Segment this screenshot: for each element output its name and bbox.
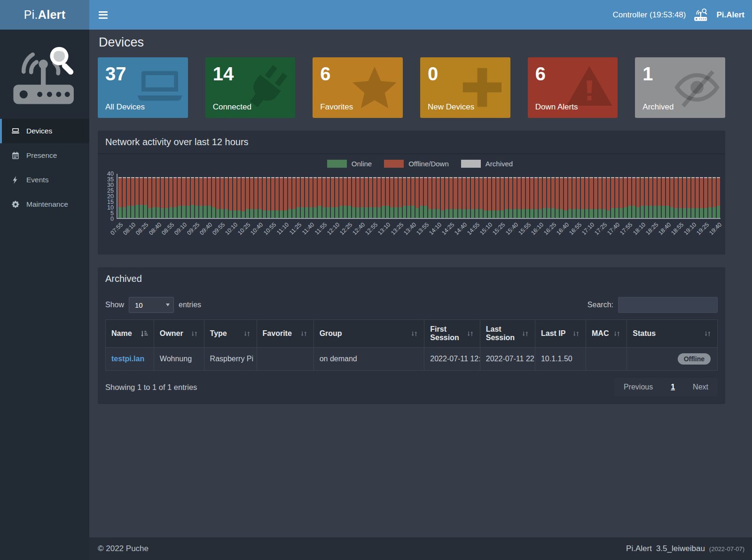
chart-bar[interactable]: [522, 177, 525, 218]
chart-bar[interactable]: [365, 177, 368, 218]
chart-bar[interactable]: [632, 177, 635, 218]
chart-bar[interactable]: [195, 177, 198, 218]
chart-bar[interactable]: [382, 177, 385, 218]
chart-bar[interactable]: [131, 177, 134, 218]
chart-bar[interactable]: [182, 177, 185, 218]
chart-bar[interactable]: [564, 177, 567, 218]
chart-bar[interactable]: [572, 177, 576, 218]
sort-both-icon[interactable]: [704, 330, 712, 338]
chart-bar[interactable]: [475, 177, 478, 218]
chart-bar[interactable]: [288, 177, 291, 218]
chart-bar[interactable]: [331, 177, 334, 218]
chart-bar[interactable]: [458, 177, 462, 218]
chart-bar[interactable]: [649, 177, 652, 218]
chart-bar[interactable]: [165, 177, 168, 218]
chart-bar[interactable]: [424, 177, 427, 218]
next-button[interactable]: Next: [693, 383, 708, 391]
column-header-owner[interactable]: Owner: [154, 320, 204, 348]
column-header-favorite[interactable]: Favorite: [257, 320, 313, 348]
chart-bar[interactable]: [271, 177, 274, 218]
chart-bar[interactable]: [356, 177, 360, 218]
chart-bar[interactable]: [275, 177, 279, 218]
chart-bar[interactable]: [505, 177, 508, 218]
chart-bar[interactable]: [530, 177, 533, 218]
chart-bar[interactable]: [568, 177, 572, 218]
chart-bar[interactable]: [658, 177, 661, 218]
chart-bar[interactable]: [301, 177, 304, 218]
chart-bar[interactable]: [624, 177, 627, 218]
chart-bar[interactable]: [148, 177, 151, 218]
chart-bar[interactable]: [628, 177, 631, 218]
chart-bar[interactable]: [594, 177, 597, 218]
column-header-status[interactable]: Status: [627, 320, 718, 348]
chart-bar[interactable]: [700, 177, 703, 218]
chart-bar[interactable]: [539, 177, 542, 218]
chart-bar[interactable]: [348, 177, 351, 218]
sidebar-item-maintenance[interactable]: Maintenance: [0, 192, 89, 217]
sidebar-item-presence[interactable]: Presence: [0, 143, 89, 168]
chart-bar[interactable]: [683, 177, 686, 218]
chart-bar[interactable]: [603, 177, 606, 218]
chart-bar[interactable]: [484, 177, 487, 218]
chart-bar[interactable]: [242, 177, 245, 218]
chart-bar[interactable]: [123, 177, 126, 218]
chart-bar[interactable]: [641, 177, 644, 218]
column-header-group[interactable]: Group: [313, 320, 424, 348]
search-input[interactable]: [618, 297, 718, 313]
chart-bar[interactable]: [619, 177, 623, 218]
chart-bar[interactable]: [691, 177, 695, 218]
chart-bar[interactable]: [292, 177, 296, 218]
column-header-type[interactable]: Type: [204, 320, 257, 348]
chart-bar[interactable]: [496, 177, 500, 218]
chart-bar[interactable]: [547, 177, 550, 218]
chart-bar[interactable]: [204, 177, 207, 218]
chart-bar[interactable]: [352, 177, 355, 218]
chart-bar[interactable]: [687, 177, 690, 218]
chart-bar[interactable]: [551, 177, 555, 218]
chart-bar[interactable]: [237, 177, 241, 218]
chart-bar[interactable]: [445, 177, 448, 218]
chart-bar[interactable]: [280, 177, 283, 218]
sidebar-item-devices[interactable]: Devices: [0, 119, 89, 143]
chart-bar[interactable]: [420, 177, 423, 218]
chart-bar[interactable]: [313, 177, 317, 218]
chart-bar[interactable]: [615, 177, 619, 218]
chart-bar[interactable]: [441, 177, 444, 218]
controller-link[interactable]: Controller (19:53:48): [613, 10, 686, 20]
chart-bar[interactable]: [233, 177, 236, 218]
sidebar-item-events[interactable]: Events: [0, 168, 89, 192]
chart-bar[interactable]: [309, 177, 313, 218]
chart-bar[interactable]: [263, 177, 266, 218]
chart-bar[interactable]: [377, 177, 381, 218]
chart-bar[interactable]: [284, 177, 287, 218]
chart-bar[interactable]: [178, 177, 181, 218]
stat-card-favorites[interactable]: 6Favorites: [313, 57, 403, 118]
chart-bar[interactable]: [454, 177, 457, 218]
chart-bar[interactable]: [212, 177, 215, 218]
chart-bar[interactable]: [335, 177, 338, 218]
column-header-mac[interactable]: MAC: [586, 320, 627, 348]
chart-bar[interactable]: [297, 177, 300, 218]
chart-bar[interactable]: [152, 177, 156, 218]
chart-bar[interactable]: [636, 177, 640, 218]
previous-button[interactable]: Previous: [624, 383, 653, 391]
sort-both-icon[interactable]: [521, 330, 529, 338]
chart-bar[interactable]: [140, 177, 143, 218]
chart-bar[interactable]: [611, 177, 614, 218]
chart-bar[interactable]: [191, 177, 194, 218]
chart-bar[interactable]: [462, 177, 466, 218]
chart-bar[interactable]: [373, 177, 376, 218]
chart-bar[interactable]: [157, 177, 160, 218]
chart-bar[interactable]: [144, 177, 147, 218]
sort-both-icon[interactable]: [243, 330, 251, 338]
chart-bar[interactable]: [225, 177, 228, 218]
chart-bar[interactable]: [577, 177, 580, 218]
chart-bar[interactable]: [187, 177, 190, 218]
column-header-last_ip[interactable]: Last IP: [535, 320, 586, 348]
chart-bar[interactable]: [513, 177, 517, 218]
chart-bar[interactable]: [199, 177, 203, 218]
sort-both-icon[interactable]: [466, 330, 474, 338]
chart-bar[interactable]: [471, 177, 474, 218]
chart-bar[interactable]: [127, 177, 130, 218]
chart-bar[interactable]: [220, 177, 224, 218]
